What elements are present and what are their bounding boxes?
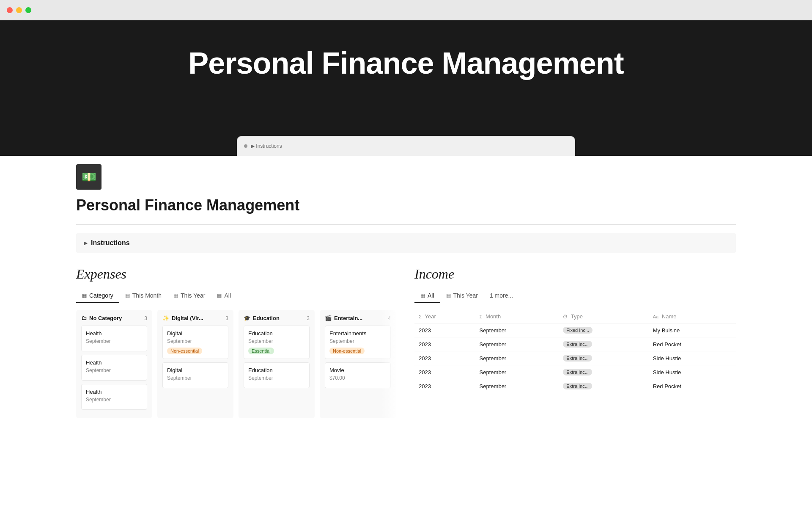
- col-icon-education: 🎓: [244, 315, 250, 321]
- hero-title: Personal Finance Management: [8, 46, 804, 80]
- list-item[interactable]: Health September: [81, 326, 147, 351]
- text-icon-name: Aa: [653, 314, 658, 319]
- hero-preview: ▶ Instructions: [237, 136, 575, 156]
- cell-name: Side Hustle: [649, 365, 736, 379]
- page-icon-area: 💵: [0, 156, 812, 190]
- list-item[interactable]: Movie $70.00: [325, 362, 391, 388]
- page-icon: 💵: [76, 164, 102, 190]
- col-header-education: 🎓 Education 3: [244, 315, 310, 321]
- preview-dot: [244, 144, 247, 148]
- income-heading: Income: [414, 266, 736, 282]
- expenses-heading: Expenses: [76, 266, 398, 282]
- tab-category-icon: ▦: [82, 293, 87, 298]
- list-item[interactable]: Entertainments September Non-essential: [325, 326, 391, 359]
- board-col-no-category: 🗂 No Category 3 Health September Health …: [76, 310, 152, 418]
- cell-month: September: [475, 323, 559, 337]
- income-section: Income ▦ All ▦ This Year 1 more...: [414, 266, 736, 418]
- cell-name: My Buisine: [649, 323, 736, 337]
- two-col-layout: Expenses ▦ Category ▦ This Month ▦ This …: [76, 266, 736, 418]
- hero-banner: Personal Finance Management ▶ Instructio…: [0, 20, 812, 156]
- maximize-button[interactable]: [25, 7, 31, 13]
- tab-this-year[interactable]: ▦ This Year: [167, 289, 211, 303]
- cell-year: 2023: [414, 365, 475, 379]
- expenses-tabs: ▦ Category ▦ This Month ▦ This Year ▦ Al…: [76, 289, 398, 303]
- cell-year: 2023: [414, 323, 475, 337]
- cell-type: Extra Inc...: [559, 365, 648, 379]
- list-item[interactable]: Health September: [81, 384, 147, 410]
- sigma-icon-year: Σ: [419, 314, 422, 319]
- col-icon-entertainment: 🎬: [325, 315, 332, 321]
- col-header-entertainment: 🎬 Entertain... 4: [325, 315, 391, 321]
- tab-all[interactable]: ▦ All: [211, 289, 237, 303]
- tab-income-all-icon: ▦: [420, 293, 425, 298]
- col-icon-digital: ✨: [162, 315, 169, 321]
- expenses-board: 🗂 No Category 3 Health September Health …: [76, 310, 398, 418]
- cell-name: Red Pocket: [649, 337, 736, 351]
- table-row[interactable]: 2023 September Extra Inc... Side Hustle: [414, 351, 736, 365]
- list-item[interactable]: Health September: [81, 355, 147, 381]
- table-row[interactable]: 2023 September Extra Inc... Side Hustle: [414, 365, 736, 379]
- tab-income-all[interactable]: ▦ All: [414, 289, 440, 303]
- col-header-type: ⏱ Type: [559, 310, 648, 323]
- list-item[interactable]: Education September: [244, 362, 310, 388]
- tab-income-this-year[interactable]: ▦ This Year: [440, 289, 484, 303]
- col-header-no-category: 🗂 No Category 3: [81, 315, 147, 321]
- cell-year: 2023: [414, 351, 475, 365]
- list-item[interactable]: Digital September: [162, 362, 228, 388]
- board-container: 🗂 No Category 3 Health September Health …: [76, 310, 398, 418]
- board-col-entertainment: 🎬 Entertain... 4 Entertainments Septembe…: [320, 310, 396, 418]
- page-title: Personal Finance Management: [76, 196, 736, 214]
- cell-type: Extra Inc...: [559, 379, 648, 393]
- cell-name: Red Pocket: [649, 379, 736, 393]
- tab-all-icon: ▦: [217, 293, 222, 298]
- cell-month: September: [475, 337, 559, 351]
- minimize-button[interactable]: [16, 7, 22, 13]
- toggle-arrow-icon: ▶: [84, 240, 88, 246]
- cell-year: 2023: [414, 379, 475, 393]
- income-table: Σ Year Σ Month ⏱ Type Aa: [414, 310, 736, 393]
- list-item[interactable]: Education September Essential: [244, 326, 310, 359]
- cell-type: Fixed Inc...: [559, 323, 648, 337]
- table-row[interactable]: 2023 September Extra Inc... Red Pocket: [414, 379, 736, 393]
- instructions-label: Instructions: [91, 239, 130, 247]
- board-col-digital: ✨ Digital (Vir... 3 Digital September No…: [157, 310, 233, 418]
- col-icon-no-category: 🗂: [81, 315, 87, 321]
- board-col-education: 🎓 Education 3 Education September Essent…: [239, 310, 315, 418]
- sigma-icon-month: Σ: [480, 314, 483, 319]
- income-tabs: ▦ All ▦ This Year 1 more...: [414, 289, 736, 303]
- cell-year: 2023: [414, 337, 475, 351]
- tag-non-essential-ent: Non-essential: [329, 348, 365, 354]
- col-header-month: Σ Month: [475, 310, 559, 323]
- cell-name: Side Hustle: [649, 351, 736, 365]
- cell-type: Extra Inc...: [559, 337, 648, 351]
- cell-month: September: [475, 365, 559, 379]
- instructions-toggle[interactable]: ▶ Instructions: [76, 233, 736, 253]
- tab-this-year-icon: ▦: [173, 293, 178, 298]
- tag-essential: Essential: [248, 348, 274, 354]
- page-content: Personal Finance Management ▶ Instructio…: [0, 190, 812, 435]
- divider: [76, 224, 736, 225]
- tab-this-month[interactable]: ▦ This Month: [119, 289, 167, 303]
- col-header-name: Aa Name: [649, 310, 736, 323]
- cell-month: September: [475, 379, 559, 393]
- expenses-section: Expenses ▦ Category ▦ This Month ▦ This …: [76, 266, 398, 418]
- tag-non-essential: Non-essential: [167, 348, 202, 354]
- table-row[interactable]: 2023 September Extra Inc... Red Pocket: [414, 337, 736, 351]
- tab-this-month-icon: ▦: [125, 293, 130, 298]
- tab-category[interactable]: ▦ Category: [76, 289, 119, 303]
- clock-icon-type: ⏱: [563, 314, 568, 319]
- list-item[interactable]: Digital September Non-essential: [162, 326, 228, 359]
- tab-income-more[interactable]: 1 more...: [484, 289, 519, 303]
- col-header-digital: ✨ Digital (Vir... 3: [162, 315, 228, 321]
- cell-month: September: [475, 351, 559, 365]
- tab-income-this-year-icon: ▦: [446, 293, 451, 298]
- preview-text: ▶ Instructions: [251, 143, 282, 149]
- table-row[interactable]: 2023 September Fixed Inc... My Buisine: [414, 323, 736, 337]
- close-button[interactable]: [7, 7, 13, 13]
- col-header-year: Σ Year: [414, 310, 475, 323]
- cell-type: Extra Inc...: [559, 351, 648, 365]
- window-chrome: [0, 0, 812, 20]
